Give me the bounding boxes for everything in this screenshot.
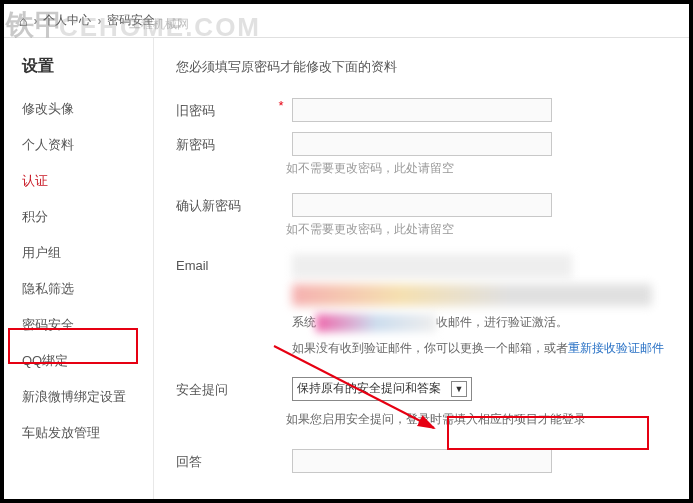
confirm-password-hint: 如不需要更改密码，此处请留空	[286, 217, 454, 238]
security-question-label: 安全提问	[176, 377, 276, 399]
sidebar-item-points[interactable]: 积分	[4, 199, 153, 235]
confirm-password-input[interactable]	[292, 193, 552, 217]
sidebar-item-weibo[interactable]: 新浪微博绑定设置	[4, 379, 153, 415]
email-hint-2: 如果没有收到验证邮件，你可以更换一个邮箱，或者重新接收验证邮件	[292, 338, 664, 358]
breadcrumb-item[interactable]: 密码安全	[107, 12, 155, 29]
sidebar-item-privacy[interactable]: 隐私筛选	[4, 271, 153, 307]
answer-input[interactable]	[292, 449, 552, 473]
security-question-select[interactable]: 保持原有的安全提问和答案 ▼	[292, 377, 472, 401]
sidebar-item-sticker[interactable]: 车贴发放管理	[4, 415, 153, 451]
sidebar-item-qq[interactable]: QQ绑定	[4, 343, 153, 379]
new-password-input[interactable]	[292, 132, 552, 156]
breadcrumb-sep-icon: ›	[33, 14, 37, 28]
email-extra-blurred	[292, 284, 652, 306]
email-hint-1: 系统收邮件，进行验证激活。	[292, 312, 664, 332]
sidebar: 设置 修改头像 个人资料 认证 积分 用户组 隐私筛选 密码安全 QQ绑定 新浪…	[4, 38, 154, 499]
breadcrumb-item[interactable]: 个人中心	[43, 12, 91, 29]
old-password-label: 旧密码	[176, 98, 276, 120]
home-icon[interactable]: ⌂	[19, 13, 27, 29]
old-password-input[interactable]	[292, 98, 552, 122]
required-mark-icon: *	[276, 98, 286, 113]
sidebar-title: 设置	[4, 50, 153, 91]
sidebar-item-password[interactable]: 密码安全	[4, 307, 153, 343]
new-password-label: 新密码	[176, 132, 276, 154]
breadcrumb: ⌂ › 个人中心 › 密码安全	[4, 4, 689, 38]
form-notice: 您必须填写原密码才能修改下面的资料	[176, 58, 667, 76]
sidebar-item-avatar[interactable]: 修改头像	[4, 91, 153, 127]
resend-verification-link[interactable]: 重新接收验证邮件	[568, 341, 664, 355]
main-content: 您必须填写原密码才能修改下面的资料 旧密码 * 新密码 如不需要更改密码，此处请…	[154, 38, 689, 499]
email-input-blurred[interactable]	[292, 254, 572, 278]
breadcrumb-sep-icon: ›	[97, 14, 101, 28]
sidebar-item-verify[interactable]: 认证	[4, 163, 153, 199]
answer-label: 回答	[176, 449, 276, 471]
sidebar-item-profile[interactable]: 个人资料	[4, 127, 153, 163]
new-password-hint: 如不需要更改密码，此处请留空	[286, 156, 454, 177]
chevron-down-icon: ▼	[451, 381, 467, 397]
security-question-value: 保持原有的安全提问和答案	[297, 380, 441, 397]
sidebar-item-usergroup[interactable]: 用户组	[4, 235, 153, 271]
confirm-password-label: 确认新密码	[176, 193, 276, 215]
security-question-hint: 如果您启用安全提问，登录时需填入相应的项目才能登录	[286, 409, 586, 429]
email-label: Email	[176, 254, 276, 273]
